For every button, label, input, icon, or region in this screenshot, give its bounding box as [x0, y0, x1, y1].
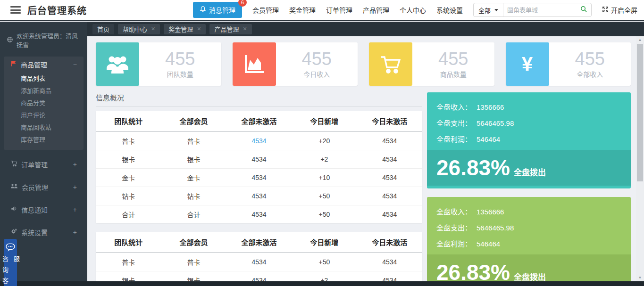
vertical-scrollbar[interactable]: ▲ ▼	[636, 36, 644, 281]
tab-label: 产品管理	[214, 25, 239, 33]
payout-percent: 26.83%	[436, 157, 510, 179]
table-row: 普卡普卡4534+504534	[96, 253, 422, 271]
nav-item-product[interactable]: 产品管理	[363, 5, 389, 15]
close-icon[interactable]: ✕	[151, 26, 155, 32]
nav-item-order[interactable]: 订单管理	[326, 5, 352, 15]
sidebar-item-product-list[interactable]: 商品列表	[4, 73, 84, 85]
expand-icon[interactable]: +	[73, 161, 77, 168]
table-cell: 4534	[357, 205, 422, 224]
panel-line-value: 1356666	[477, 103, 504, 111]
main-content: 455 团队数量 455 今日收入 455 商品数量 ¥	[87, 36, 644, 286]
sidebar-item-stock-management[interactable]: 库存管理	[4, 134, 84, 146]
scroll-down-icon[interactable]: ▼	[636, 274, 644, 281]
sidebar-item-notifications[interactable]: 信息通知 +	[4, 202, 84, 218]
sidebar-item-recycle-bin[interactable]: 商品回收站	[4, 122, 84, 134]
tab-product-management[interactable]: 产品管理 ✕	[209, 24, 251, 34]
sidebar-item-user-comments[interactable]: 用户评论	[4, 109, 84, 122]
table-cell: 4534	[357, 253, 422, 271]
close-icon[interactable]: ✕	[197, 26, 201, 32]
panel-line-label: 全盘收入：	[436, 208, 472, 216]
table-row: 金卡金卡4534+104534	[96, 169, 422, 187]
customer-service-widget[interactable]: 咨询客服	[4, 239, 17, 286]
speaker-icon	[10, 205, 17, 214]
stat-value: 455	[302, 49, 332, 68]
table-cell: 4534	[226, 187, 292, 205]
search-filter-select[interactable]: 全部	[474, 3, 503, 16]
nav-item-settings[interactable]: 系统设置	[436, 5, 463, 15]
table-cell: +50	[292, 187, 357, 205]
table-cell: +10	[292, 169, 357, 187]
table-header-cell: 今日新增	[292, 232, 357, 253]
table-cell: 钻卡	[96, 187, 161, 205]
sidebar-item-order-management[interactable]: 订单管理 +	[4, 156, 84, 172]
table-cell: 4534	[226, 169, 292, 187]
nav-item-member[interactable]: 会员管理	[252, 5, 279, 15]
expand-icon[interactable]: +	[73, 183, 77, 191]
tab-label: 首页	[97, 25, 109, 33]
table-cell: 金卡	[161, 169, 226, 187]
table-cell: 4534	[357, 169, 422, 187]
tab-help-center[interactable]: 帮助中心 ✕	[118, 24, 160, 34]
summary-panel-green: 全盘收入：1356666 全盘支出：5646465.98 全盘利润：546464…	[427, 197, 631, 286]
fullscreen-button[interactable]: 开启全屏	[602, 5, 637, 15]
users-icon	[96, 42, 139, 86]
panel-line-label: 全盘利润：	[436, 135, 472, 143]
stat-label: 团队数量	[167, 69, 193, 79]
message-management-button[interactable]: 消息管理 6	[193, 2, 242, 18]
collapse-icon[interactable]: −	[73, 61, 77, 68]
yuan-glyph: ¥	[522, 53, 533, 75]
section-title: 信息概况	[96, 92, 422, 107]
stat-card-product-count: 455 商品数量	[369, 42, 494, 86]
tab-strip: 首页 帮助中心 ✕ 奖金管理 ✕ 产品管理 ✕	[87, 22, 644, 36]
close-icon[interactable]: ✕	[243, 26, 247, 32]
percent-band: 26.83% 全盘拨出	[427, 150, 631, 186]
sidebar-item-product-management[interactable]: 商品管理 −	[4, 57, 84, 73]
chat-bubble-icon	[5, 242, 16, 254]
stat-card-total-income: ¥ 455 全部收入	[506, 42, 631, 86]
payout-percent: 26.83%	[436, 261, 510, 283]
sidebar-item-system-settings[interactable]: 系统设置 +	[4, 224, 84, 240]
payout-percent-label: 全盘拨出	[514, 166, 546, 178]
table-cell: 合计	[161, 205, 226, 224]
table-cell: 普卡	[161, 131, 226, 150]
expand-icon[interactable]: +	[73, 229, 77, 236]
summary-panel-teal: 全盘收入：1356666 全盘支出：5646465.98 全盘利润：546464…	[427, 92, 631, 188]
scrollbar-thumb[interactable]	[637, 44, 643, 181]
sidebar-group-label: 商品管理	[21, 60, 47, 69]
team-stats-table-2: 团队统计全部会员全部未激活今日新增今日未激活普卡普卡4534+504534银卡银…	[96, 232, 422, 286]
search-input[interactable]	[503, 7, 577, 14]
welcome-text: 欢迎系统管理员：清风抚雪	[17, 31, 82, 49]
menu-toggle-icon[interactable]	[10, 6, 21, 14]
table-header-cell: 今日新增	[292, 111, 357, 131]
table-cell: 普卡	[161, 253, 226, 271]
overview-column: 信息概况 团队统计全部会员全部未激活今日新增今日未激活普卡普卡4534+2045…	[96, 92, 422, 286]
sidebar-item-product-category[interactable]: 商品分类	[4, 97, 84, 109]
expand-icon[interactable]: +	[73, 206, 77, 213]
fullscreen-label: 开启全屏	[611, 5, 637, 15]
tab-bonus-management[interactable]: 奖金管理 ✕	[164, 24, 206, 34]
stat-value: 455	[438, 49, 468, 68]
welcome-row: 欢迎系统管理员：清风抚雪	[0, 22, 87, 49]
stat-label: 全部收入	[577, 69, 603, 79]
table-cell-link[interactable]: 4534	[226, 131, 292, 150]
users-icon	[10, 183, 18, 191]
table-header-cell: 今日未激活	[357, 111, 422, 131]
table-cell: +2	[292, 150, 357, 169]
sidebar-item-add-product[interactable]: 添加新商品	[4, 85, 84, 97]
table-cell: 4534	[226, 253, 292, 271]
summary-column: 全盘收入：1356666 全盘支出：5646465.98 全盘利润：546464…	[427, 92, 631, 286]
message-badge: 6	[238, 0, 247, 7]
table-header-row: 团队统计全部会员全部未激活今日新增今日未激活	[96, 232, 422, 253]
table-header-cell: 团队统计	[96, 111, 161, 131]
caret-down-icon	[494, 9, 498, 11]
stat-card-today-income: 455 今日收入	[233, 42, 358, 86]
nav-item-profile[interactable]: 个人中心	[400, 5, 426, 15]
sidebar-item-label: 订单管理	[21, 160, 48, 169]
scroll-up-icon[interactable]: ▲	[636, 36, 644, 43]
sidebar-item-member-management[interactable]: 会员管理 +	[4, 179, 84, 195]
nav-item-bonus[interactable]: 奖金管理	[289, 5, 316, 15]
tab-home[interactable]: 首页	[92, 24, 114, 34]
search-button[interactable]	[577, 6, 591, 15]
topbar-right: 消息管理 6 会员管理 奖金管理 订单管理 产品管理 个人中心 系统设置 全部	[193, 2, 637, 18]
panel-line-label: 全盘利润：	[436, 240, 472, 248]
